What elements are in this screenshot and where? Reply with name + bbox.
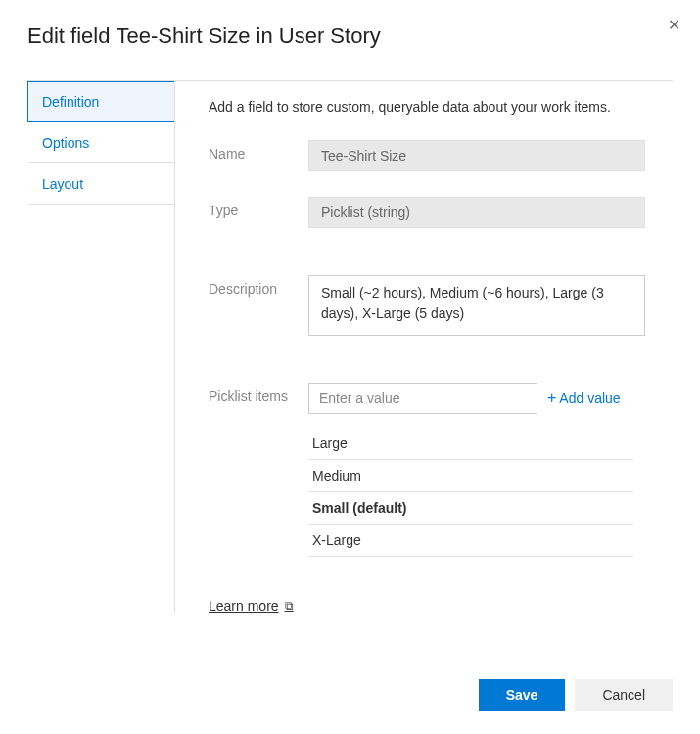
tab-layout[interactable]: Layout: [27, 163, 174, 205]
picklist-item[interactable]: Large: [308, 428, 633, 460]
save-button[interactable]: Save: [479, 679, 566, 711]
label-type: Type: [209, 197, 308, 218]
picklist-items: Large Medium Small (default) X-Large: [308, 428, 633, 557]
plus-icon: +: [547, 390, 556, 407]
tab-options[interactable]: Options: [27, 122, 174, 163]
name-field: [308, 140, 645, 171]
title-field-name: Tee-Shirt Size: [117, 23, 251, 48]
tab-definition[interactable]: Definition: [27, 81, 174, 122]
tabs: Definition Options Layout: [27, 81, 174, 614]
learn-more-label: Learn more: [209, 598, 279, 614]
description-field[interactable]: Small (~2 hours), Medium (~6 hours), Lar…: [308, 275, 645, 336]
picklist-item[interactable]: Medium: [308, 460, 633, 492]
label-name: Name: [209, 140, 308, 161]
external-link-icon: ⧉: [285, 599, 294, 613]
title-prefix: Edit field: [27, 23, 117, 48]
footer: Save Cancel: [479, 679, 673, 711]
picklist-item[interactable]: Small (default): [308, 492, 633, 525]
picklist-item[interactable]: X-Large: [308, 525, 633, 557]
add-value-button[interactable]: + Add value: [547, 390, 621, 407]
learn-more-link[interactable]: Learn more ⧉: [209, 598, 294, 614]
dialog-title: Edit field Tee-Shirt Size in User Story: [27, 23, 673, 49]
title-suffix: in User Story: [250, 23, 380, 48]
cancel-button[interactable]: Cancel: [575, 679, 673, 711]
close-icon: ✕: [668, 17, 680, 33]
intro-text: Add a field to store custom, queryable d…: [209, 99, 673, 115]
tab-content-definition: Add a field to store custom, queryable d…: [174, 81, 673, 614]
picklist-value-input[interactable]: [308, 383, 537, 414]
add-value-label: Add value: [559, 390, 620, 406]
label-picklist: Picklist items: [209, 383, 308, 404]
close-button[interactable]: ✕: [668, 16, 680, 34]
label-description: Description: [209, 275, 308, 297]
type-field: [308, 197, 645, 228]
